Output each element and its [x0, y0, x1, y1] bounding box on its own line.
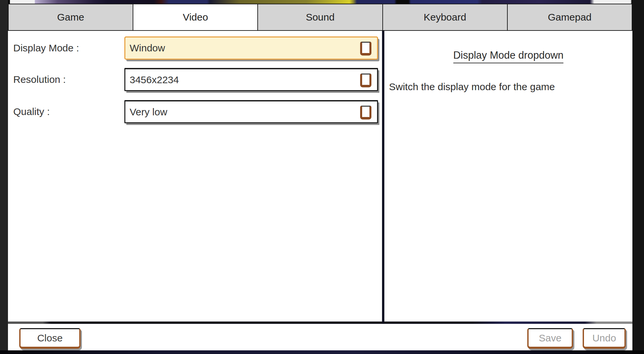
- settings-tab-bar: Game Video Sound Keyboard Gamepad: [8, 4, 632, 31]
- tab-video[interactable]: Video: [133, 4, 258, 31]
- display-mode-row: Display Mode : Window: [13, 36, 381, 60]
- quality-label: Quality :: [13, 106, 124, 117]
- dropdown-page-icon: [360, 105, 371, 119]
- resolution-dropdown[interactable]: 3456x2234: [124, 68, 378, 91]
- settings-window: Game Video Sound Keyboard Gamepad Displa…: [0, 0, 644, 354]
- dropdown-page-icon: [360, 42, 371, 56]
- right-frame: [632, 0, 644, 354]
- tab-sound[interactable]: Sound: [257, 4, 383, 31]
- resolution-value: 3456x2234: [130, 74, 179, 86]
- video-settings-panel: Display Mode : Window Resolution : 3456x…: [8, 31, 382, 322]
- dropdown-page-icon: [360, 73, 371, 87]
- close-button[interactable]: Close: [19, 328, 81, 349]
- quality-row: Quality : Very low: [13, 100, 381, 123]
- tab-game[interactable]: Game: [8, 4, 133, 31]
- help-description: Switch the display mode for the game: [384, 81, 632, 92]
- tab-gamepad[interactable]: Gamepad: [507, 4, 632, 31]
- bottom-frame: [0, 350, 644, 354]
- resolution-label: Resolution :: [13, 74, 124, 85]
- tab-keyboard[interactable]: Keyboard: [382, 4, 508, 31]
- help-title-wrap: Display Mode dropdown: [384, 49, 632, 63]
- display-mode-dropdown[interactable]: Window: [124, 36, 378, 60]
- quality-dropdown[interactable]: Very low: [124, 100, 378, 123]
- quality-value: Very low: [130, 106, 167, 118]
- footer-divider: [8, 322, 632, 324]
- save-button[interactable]: Save: [527, 328, 573, 349]
- resolution-row: Resolution : 3456x2234: [13, 68, 381, 91]
- undo-button[interactable]: Undo: [583, 328, 626, 349]
- display-mode-value: Window: [130, 42, 165, 54]
- display-mode-label: Display Mode :: [13, 42, 124, 54]
- help-title: Display Mode dropdown: [453, 49, 564, 63]
- help-panel: Display Mode dropdown Switch the display…: [382, 31, 632, 322]
- footer-bar: Close Save Undo: [8, 324, 632, 350]
